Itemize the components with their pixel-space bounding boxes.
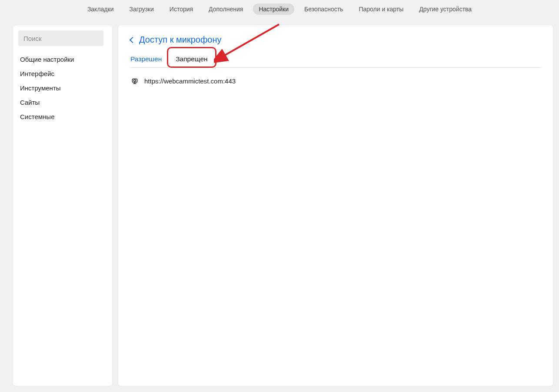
search-input[interactable]: [18, 30, 103, 46]
nav-passwords[interactable]: Пароли и карты: [353, 3, 409, 15]
nav-security[interactable]: Безопасность: [299, 3, 349, 15]
site-row[interactable]: https://webcammictest.com:443: [130, 68, 542, 85]
main-panel: Доступ к микрофону Разрешен Запрещен htt…: [118, 25, 553, 386]
camera-icon: [131, 78, 138, 85]
sidebar-item-general[interactable]: Общие настройки: [18, 52, 107, 66]
tab-allowed[interactable]: Разрешен: [130, 54, 163, 67]
permission-tabs: Разрешен Запрещен: [130, 54, 542, 68]
nav-other-devices[interactable]: Другие устройства: [413, 3, 477, 15]
nav-downloads[interactable]: Загрузки: [123, 3, 159, 15]
sidebar: Общие настройки Интерфейс Инструменты Са…: [13, 25, 112, 386]
tab-denied[interactable]: Запрещен: [175, 54, 208, 67]
nav-settings[interactable]: Настройки: [253, 3, 294, 15]
svg-point-3: [134, 80, 136, 81]
top-nav: Закладки Загрузки История Дополнения Нас…: [0, 0, 559, 18]
nav-history[interactable]: История: [164, 3, 199, 15]
chevron-left-icon: [130, 37, 136, 43]
sidebar-item-system[interactable]: Системные: [18, 110, 107, 124]
sidebar-item-interface[interactable]: Интерфейс: [18, 66, 107, 81]
site-url: https://webcammictest.com:443: [144, 77, 236, 85]
nav-extensions[interactable]: Дополнения: [203, 3, 249, 15]
page-title-text: Доступ к микрофону: [139, 35, 222, 45]
sidebar-list: Общие настройки Интерфейс Инструменты Са…: [18, 52, 107, 124]
sidebar-item-tools[interactable]: Инструменты: [18, 81, 107, 95]
page-title-back[interactable]: Доступ к микрофону: [130, 35, 542, 45]
sidebar-item-sites[interactable]: Сайты: [18, 95, 107, 110]
nav-bookmarks[interactable]: Закладки: [82, 3, 120, 15]
